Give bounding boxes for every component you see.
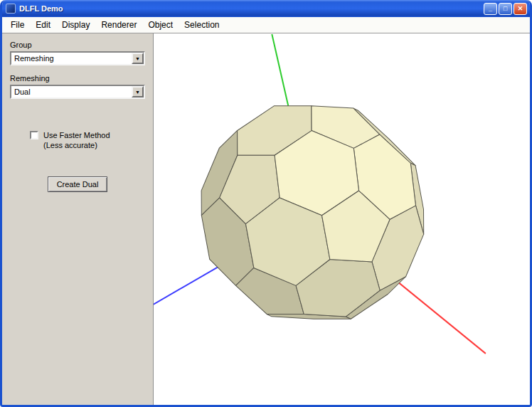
remeshing-label: Remeshing [10,74,145,83]
menu-selection[interactable]: Selection [179,18,225,32]
window-title: DLFL Demo [19,4,63,13]
checkbox-label-line1: Use Faster Method [43,130,110,140]
chevron-down-icon[interactable]: ▼ [132,86,144,97]
scene-svg [154,33,530,405]
create-dual-button[interactable]: Create Dual [48,176,108,192]
titlebar[interactable]: DLFL Demo _ □ ✕ [2,0,530,17]
checkbox-label: Use Faster Method (Less accurate) [43,130,110,151]
checkbox-box[interactable] [30,131,38,139]
group-dropdown[interactable]: Remeshing ▼ [10,51,145,65]
minimize-button[interactable]: _ [484,3,497,15]
menubar: File Edit Display Renderer Object Select… [2,17,530,33]
remeshing-dropdown[interactable]: Dual ▼ [10,85,145,99]
menu-object[interactable]: Object [142,18,179,32]
close-button[interactable]: ✕ [514,3,527,15]
menu-renderer[interactable]: Renderer [95,18,142,32]
main-content: Group Remeshing ▼ Remeshing Dual ▼ Use F… [2,33,530,405]
titlebar-left: DLFL Demo [6,4,63,14]
chevron-down-icon[interactable]: ▼ [132,53,144,64]
use-faster-method-checkbox[interactable]: Use Faster Method (Less accurate) [30,130,145,151]
checkbox-label-line2: (Less accurate) [43,140,110,150]
menu-edit[interactable]: Edit [30,18,56,32]
group-label: Group [10,41,145,49]
viewport[interactable] [154,33,530,405]
menu-display[interactable]: Display [56,18,95,32]
app-icon [6,4,16,14]
sidebar-panel: Group Remeshing ▼ Remeshing Dual ▼ Use F… [2,33,154,405]
group-dropdown-value: Remeshing [11,53,132,64]
maximize-button[interactable]: □ [499,3,512,15]
menu-file[interactable]: File [5,18,30,32]
dlfl-demo-window: DLFL Demo _ □ ✕ File Edit Display Render… [0,0,532,407]
remeshing-dropdown-value: Dual [11,86,132,97]
titlebar-buttons: _ □ ✕ [482,3,527,15]
